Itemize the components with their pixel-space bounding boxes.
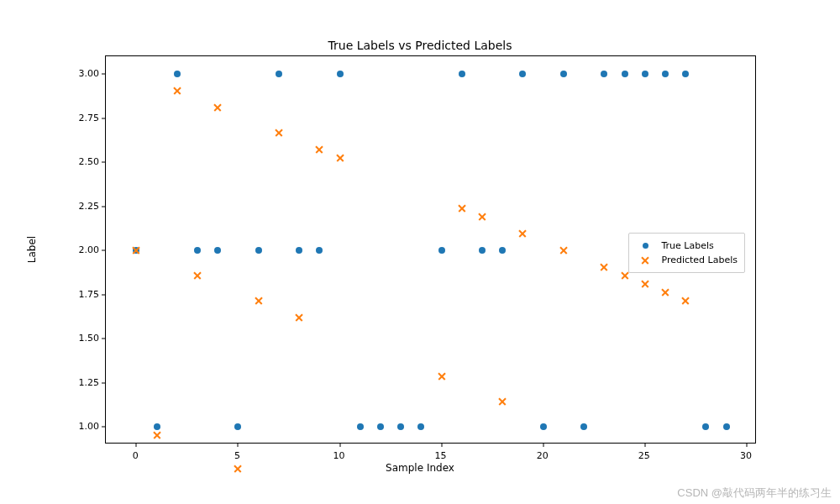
x-tick-label: 15 — [435, 450, 447, 461]
true-label-point — [397, 423, 404, 430]
predicted-label-point — [681, 297, 690, 305]
y-tick — [102, 382, 106, 383]
x-tick — [238, 443, 239, 447]
predicted-label-point — [641, 280, 649, 288]
x-tick — [543, 443, 543, 447]
predicted-label-point — [621, 271, 629, 280]
x-tick-label: 30 — [740, 450, 752, 461]
true-label-point — [174, 71, 181, 77]
true-label-point — [417, 423, 424, 430]
y-tick-label: 3.00 — [61, 68, 99, 79]
x-tick-label: 10 — [333, 450, 345, 461]
true-label-point — [601, 71, 607, 77]
predicted-label-point — [255, 297, 263, 305]
y-tick — [102, 339, 106, 339]
predicted-label-point — [336, 154, 344, 162]
x-tick-label: 0 — [133, 450, 139, 461]
true-label-point — [459, 71, 465, 77]
true-label-point — [194, 247, 201, 254]
y-tick-label: 2.00 — [61, 244, 99, 255]
predicted-label-point — [132, 246, 140, 255]
true-label-point — [438, 247, 445, 254]
y-tick-label: 2.75 — [61, 112, 99, 123]
true-label-point — [519, 71, 526, 77]
predicted-label-point — [518, 229, 527, 238]
legend-item-true: True Labels — [636, 239, 738, 253]
x-tick — [136, 443, 137, 447]
true-label-point — [622, 71, 628, 77]
true-label-point — [316, 247, 323, 254]
true-label-point — [499, 247, 506, 254]
y-tick — [102, 294, 106, 295]
y-tick — [102, 427, 106, 428]
x-tick-label: 5 — [234, 450, 240, 461]
true-label-point — [540, 423, 547, 430]
predicted-label-point — [478, 213, 486, 221]
true-label-point — [580, 423, 587, 430]
true-label-point — [255, 247, 262, 254]
legend-label-pred: Predicted Labels — [661, 255, 738, 265]
true-label-point — [702, 423, 709, 430]
predicted-label-point — [173, 87, 181, 95]
true-label-point — [276, 71, 282, 77]
x-tick — [339, 443, 340, 447]
circle-marker-icon — [636, 241, 654, 251]
predicted-label-point — [498, 397, 507, 406]
y-tick — [102, 74, 106, 75]
predicted-label-point — [600, 263, 608, 271]
predicted-label-point — [295, 313, 303, 322]
true-label-point — [154, 423, 160, 430]
true-label-point — [479, 247, 486, 254]
plot-area: True Labels Predicted Labels — [105, 55, 756, 444]
predicted-label-point — [438, 372, 446, 381]
true-label-point — [682, 71, 689, 77]
x-axis-label: Sample Index — [0, 462, 840, 474]
legend-item-pred: Predicted Labels — [636, 253, 738, 267]
y-axis-label: Label — [26, 236, 38, 263]
predicted-label-point — [193, 271, 202, 280]
true-label-point — [723, 423, 730, 430]
true-label-point — [214, 247, 221, 254]
true-label-point — [377, 423, 384, 430]
x-tick — [644, 443, 645, 447]
true-label-point — [357, 423, 364, 430]
y-tick-label: 2.50 — [61, 156, 99, 167]
predicted-label-point — [275, 129, 283, 137]
true-label-point — [662, 71, 669, 77]
predicted-label-point — [153, 431, 161, 439]
y-tick — [102, 118, 106, 118]
predicted-label-point — [213, 103, 222, 112]
y-tick-label: 1.00 — [61, 421, 99, 432]
watermark-text: CSDN @敲代码两年半的练习生 — [677, 486, 832, 501]
predicted-label-point — [661, 288, 669, 297]
legend-label-true: True Labels — [661, 240, 713, 251]
true-label-point — [234, 423, 241, 430]
y-tick-label: 1.25 — [61, 376, 99, 387]
x-tick-label: 25 — [638, 450, 650, 461]
x-marker-icon — [636, 255, 654, 265]
predicted-label-point — [559, 246, 568, 255]
y-tick-label: 1.75 — [61, 288, 99, 299]
y-tick — [102, 206, 106, 207]
x-tick — [746, 443, 747, 447]
predicted-label-point — [458, 204, 466, 213]
y-tick-label: 2.25 — [61, 200, 99, 211]
chart-container: True Labels vs Predicted Labels True Lab… — [0, 0, 840, 504]
true-label-point — [560, 71, 567, 77]
y-tick-label: 1.50 — [61, 333, 99, 344]
x-tick — [441, 443, 442, 447]
true-label-point — [337, 71, 344, 77]
y-tick — [102, 162, 106, 163]
chart-title: True Labels vs Predicted Labels — [0, 39, 840, 52]
y-tick — [102, 250, 106, 251]
true-label-point — [296, 247, 302, 254]
x-tick-label: 20 — [537, 450, 549, 461]
predicted-label-point — [315, 145, 323, 154]
true-label-point — [642, 71, 648, 77]
legend: True Labels Predicted Labels — [628, 233, 745, 273]
